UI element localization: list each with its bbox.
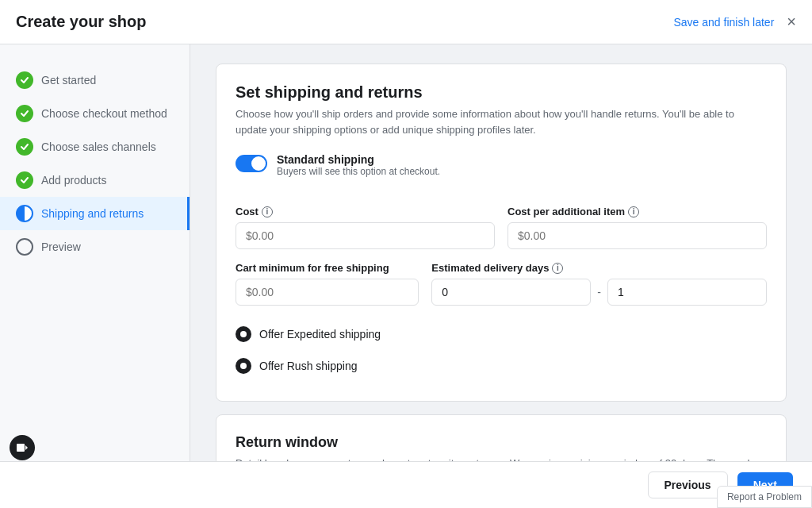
- sidebar-item-shipping-returns[interactable]: Shipping and returns: [0, 197, 190, 230]
- check-icon-sales-channels: [16, 138, 33, 156]
- main-content: Set shipping and returns Choose how you'…: [190, 44, 812, 508]
- cost-per-additional-input[interactable]: [508, 222, 767, 249]
- header-actions: Save and finish later ×: [673, 13, 796, 31]
- sidebar-label-sales-channels: Choose sales channels: [41, 140, 156, 153]
- check-icon-checkout-method: [16, 105, 33, 122]
- half-icon-shipping-returns: [16, 205, 33, 222]
- sidebar-item-add-products[interactable]: Add products: [0, 164, 190, 197]
- main-layout: Get started Choose checkout method Choos…: [0, 44, 812, 508]
- sidebar-label-get-started: Get started: [41, 74, 96, 87]
- save-finish-later-link[interactable]: Save and finish later: [673, 16, 774, 29]
- footer: Previous Next: [0, 461, 812, 508]
- shipping-title: Set shipping and returns: [236, 83, 767, 102]
- previous-button[interactable]: Previous: [648, 471, 728, 498]
- sidebar-label-checkout-method: Choose checkout method: [41, 107, 167, 120]
- sidebar-item-get-started[interactable]: Get started: [0, 64, 190, 97]
- cost-info-icon[interactable]: i: [262, 206, 273, 217]
- report-problem-button[interactable]: Report a Problem: [717, 486, 812, 508]
- check-icon-get-started: [16, 71, 33, 89]
- cost-group: Cost i: [236, 206, 495, 249]
- delivery-min-input[interactable]: [431, 279, 591, 306]
- delivery-max-input[interactable]: [607, 279, 767, 306]
- cart-minimum-group: Cart minimum for free shipping: [236, 262, 419, 306]
- cart-minimum-input[interactable]: [236, 279, 419, 306]
- circle-icon-preview: [16, 238, 33, 256]
- cost-per-additional-label: Cost per additional item i: [508, 206, 767, 217]
- standard-shipping-sublabel: Buyers will see this option at checkout.: [277, 166, 440, 177]
- standard-shipping-row: Standard shipping Buyers will see this o…: [236, 153, 767, 190]
- app-header: Create your shop Save and finish later ×: [0, 0, 812, 44]
- video-button[interactable]: [10, 435, 35, 460]
- rush-shipping-option[interactable]: Offer Rush shipping: [236, 350, 767, 382]
- cost-label: Cost i: [236, 206, 495, 217]
- sidebar-item-sales-channels[interactable]: Choose sales channels: [0, 130, 190, 164]
- standard-shipping-toggle[interactable]: [236, 155, 267, 172]
- standard-shipping-label: Standard shipping: [277, 153, 440, 166]
- expedited-shipping-option[interactable]: Offer Expedited shipping: [236, 318, 767, 350]
- svg-rect-0: [17, 444, 25, 452]
- delivery-separator: -: [597, 286, 601, 298]
- expedited-shipping-label: Offer Expedited shipping: [259, 328, 381, 341]
- cost-row: Cost i Cost per additional item i: [236, 206, 767, 249]
- standard-shipping-labels: Standard shipping Buyers will see this o…: [277, 153, 440, 177]
- expedited-shipping-radio: [236, 326, 251, 342]
- radio-inner-rush: [240, 363, 247, 369]
- delivery-days-label: Estimated delivery days i: [431, 262, 767, 274]
- sidebar-item-preview[interactable]: Preview: [0, 230, 190, 264]
- delivery-days-group: Estimated delivery days i -: [431, 262, 767, 306]
- return-window-title: Return window: [236, 434, 767, 451]
- delivery-days-row: -: [431, 279, 767, 306]
- rush-shipping-radio: [236, 358, 251, 374]
- sidebar-label-shipping-returns: Shipping and returns: [41, 207, 144, 220]
- shipping-section-card: Set shipping and returns Choose how you'…: [216, 64, 787, 402]
- sidebar-label-add-products: Add products: [41, 174, 107, 187]
- cost-per-additional-group: Cost per additional item i: [508, 206, 767, 249]
- cost-input[interactable]: [236, 222, 495, 249]
- shipping-description: Choose how you'll ship orders and provid…: [236, 106, 767, 137]
- cart-minimum-label: Cart minimum for free shipping: [236, 262, 419, 274]
- delivery-days-info-icon[interactable]: i: [552, 263, 563, 274]
- toggle-slider: [236, 155, 267, 172]
- check-icon-add-products: [16, 171, 33, 189]
- sidebar-item-checkout-method[interactable]: Choose checkout method: [0, 97, 190, 130]
- close-button[interactable]: ×: [787, 13, 796, 31]
- svg-marker-1: [25, 445, 28, 450]
- rush-shipping-label: Offer Rush shipping: [259, 360, 357, 372]
- sidebar-label-preview: Preview: [41, 241, 81, 253]
- page-title: Create your shop: [16, 13, 146, 31]
- cart-delivery-row: Cart minimum for free shipping Estimated…: [236, 262, 767, 306]
- cost-per-additional-info-icon[interactable]: i: [628, 206, 639, 217]
- radio-inner: [240, 331, 247, 337]
